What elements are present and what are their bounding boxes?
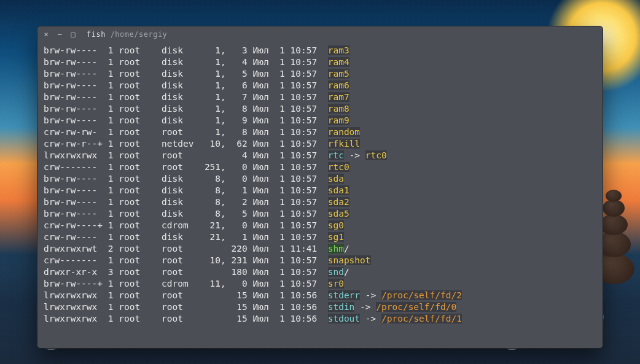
row-filename: ram8 — [328, 104, 349, 114]
row-meta: drwxr-xr-x 3 root root 180 Июл 1 10:57 — [44, 267, 328, 277]
list-row: crw------- 1 root root 251, 0 Июл 1 10:5… — [44, 161, 596, 173]
row-meta: brw-rw---- 1 root disk 8, 2 Июл 1 10:57 — [44, 197, 328, 207]
row-filename: rtc — [328, 150, 344, 160]
terminal-body[interactable]: brw-rw---- 1 root disk 1, 3 Июл 1 10:57 … — [37, 42, 603, 348]
symlink-arrow-icon: -> — [360, 314, 381, 323]
list-row: crw------- 1 root root 10, 231 Июл 1 10:… — [44, 255, 596, 266]
row-filename: sr0 — [328, 279, 344, 288]
list-row: crw-rw-rw- 1 root root 1, 8 Июл 1 10:57 … — [44, 126, 596, 138]
row-meta: brw-rw---- 1 root disk 1, 6 Июл 1 10:57 — [44, 80, 328, 90]
window-title: fish /home/sergiy — [87, 30, 167, 39]
row-filename: ram9 — [328, 115, 349, 125]
row-meta: brw-rw---- 1 root disk 8, 1 Июл 1 10:57 — [44, 185, 328, 195]
row-meta: brw-rw---- 1 root disk 1, 9 Июл 1 10:57 — [44, 115, 328, 125]
row-filename: ram5 — [328, 69, 349, 79]
symlink-arrow-icon: -> — [354, 302, 376, 312]
row-meta: brw-rw---- 1 root disk 1, 3 Июл 1 10:57 — [44, 45, 328, 55]
row-suffix: / — [344, 244, 349, 254]
list-row: crw-rw---- 1 root disk 21, 1 Июл 1 10:57… — [44, 231, 596, 243]
row-filename: ram3 — [328, 45, 349, 55]
maximize-icon[interactable]: □ — [69, 30, 77, 39]
list-row: brw-rw----+ 1 root cdrom 11, 0 Июл 1 10:… — [44, 278, 596, 290]
list-row: brw-rw---- 1 root disk 8, 0 Июл 1 10:57 … — [44, 173, 596, 185]
list-row: lrwxrwxrwx 1 root root 15 Июл 1 10:56 st… — [44, 313, 596, 325]
row-filename: sda2 — [328, 197, 349, 207]
list-row: crw-rw-r--+ 1 root netdev 10, 62 Июл 1 1… — [44, 138, 596, 150]
symlink-arrow-icon: -> — [360, 290, 381, 300]
row-filename: sda5 — [328, 209, 349, 219]
list-row: lrwxrwxrwx 1 root root 4 Июл 1 10:57 rtc… — [44, 150, 596, 161]
symlink-target: /proc/self/fd/0 — [376, 302, 456, 312]
row-meta: crw------- 1 root root 10, 231 Июл 1 10:… — [44, 255, 328, 265]
list-row: brw-rw---- 1 root disk 1, 3 Июл 1 10:57 … — [44, 45, 596, 56]
row-filename: shm — [328, 244, 344, 254]
row-meta: crw-rw-rw- 1 root root 1, 8 Июл 1 10:57 — [44, 127, 328, 137]
symlink-target: /proc/self/fd/2 — [381, 290, 462, 300]
list-row: lrwxrwxrwx 1 root root 15 Июл 1 10:56 st… — [44, 301, 596, 313]
row-meta: brw-rw---- 1 root disk 1, 8 Июл 1 10:57 — [44, 104, 328, 114]
symlink-target: rtc0 — [365, 150, 387, 160]
row-meta: lrwxrwxrwx 1 root root 15 Июл 1 10:56 — [44, 302, 328, 312]
row-meta: lrwxrwxrwx 1 root root 4 Июл 1 10:57 — [44, 150, 328, 160]
row-meta: crw------- 1 root root 251, 0 Июл 1 10:5… — [44, 162, 328, 172]
row-meta: brw-rw----+ 1 root cdrom 11, 0 Июл 1 10:… — [44, 279, 328, 288]
row-suffix: / — [344, 267, 349, 277]
row-meta: brw-rw---- 1 root disk 8, 0 Июл 1 10:57 — [44, 174, 328, 184]
row-filename: sda — [328, 174, 344, 184]
list-row: brw-rw---- 1 root disk 1, 7 Июл 1 10:57 … — [44, 91, 596, 103]
row-filename: sg0 — [328, 220, 344, 230]
row-filename: sg1 — [328, 232, 344, 242]
list-row: brw-rw---- 1 root disk 1, 5 Июл 1 10:57 … — [44, 68, 596, 80]
row-filename: ram6 — [328, 80, 349, 90]
row-meta: crw-rw---- 1 root disk 21, 1 Июл 1 10:57 — [44, 232, 328, 242]
list-row: drwxr-xr-x 3 root root 180 Июл 1 10:57 s… — [44, 266, 596, 278]
row-meta: lrwxrwxrwx 1 root root 15 Июл 1 10:56 — [44, 290, 328, 300]
list-row: brw-rw---- 1 root disk 1, 9 Июл 1 10:57 … — [44, 115, 596, 126]
row-meta: crw-rw----+ 1 root cdrom 21, 0 Июл 1 10:… — [44, 220, 328, 230]
list-row: brw-rw---- 1 root disk 1, 4 Июл 1 10:57 … — [44, 56, 596, 68]
list-row: brw-rw---- 1 root disk 8, 2 Июл 1 10:57 … — [44, 196, 596, 208]
list-row: lrwxrwxrwx 1 root root 15 Июл 1 10:56 st… — [44, 290, 596, 301]
list-row: crw-rw----+ 1 root cdrom 21, 0 Июл 1 10:… — [44, 220, 596, 231]
terminal-window[interactable]: × − □ fish /home/sergiy brw-rw---- 1 roo… — [37, 26, 603, 349]
row-meta: drwxrwxrwt 2 root root 220 Июл 1 11:41 — [44, 244, 328, 254]
row-filename: ram7 — [328, 92, 349, 102]
row-filename: random — [328, 127, 360, 137]
title-app: fish — [87, 30, 106, 39]
minimize-icon[interactable]: − — [56, 30, 63, 39]
list-row: brw-rw---- 1 root disk 1, 8 Июл 1 10:57 … — [44, 103, 596, 115]
row-filename: snapshot — [328, 255, 371, 265]
row-meta: brw-rw---- 1 root disk 1, 4 Июл 1 10:57 — [44, 57, 328, 67]
list-row: brw-rw---- 1 root disk 8, 1 Июл 1 10:57 … — [44, 185, 596, 196]
row-filename: ram4 — [328, 57, 349, 67]
row-filename: stdout — [328, 314, 360, 323]
row-filename: stdin — [328, 302, 355, 312]
list-row: brw-rw---- 1 root disk 8, 5 Июл 1 10:57 … — [44, 208, 596, 220]
row-filename: rfkill — [328, 139, 360, 149]
row-meta: lrwxrwxrwx 1 root root 15 Июл 1 10:56 — [44, 314, 328, 323]
row-meta: brw-rw---- 1 root disk 1, 5 Июл 1 10:57 — [44, 69, 328, 79]
row-meta: crw-rw-r--+ 1 root netdev 10, 62 Июл 1 1… — [44, 139, 328, 149]
row-filename: sda1 — [328, 185, 349, 195]
close-icon[interactable]: × — [42, 30, 50, 39]
row-meta: brw-rw---- 1 root disk 8, 5 Июл 1 10:57 — [44, 209, 328, 219]
window-titlebar[interactable]: × − □ fish /home/sergiy — [37, 26, 603, 42]
title-path: /home/sergiy — [111, 30, 168, 39]
symlink-target: /proc/self/fd/1 — [381, 314, 462, 323]
row-meta: brw-rw---- 1 root disk 1, 7 Июл 1 10:57 — [44, 92, 328, 102]
row-filename: snd — [328, 267, 344, 277]
symlink-arrow-icon: -> — [344, 150, 365, 160]
list-row: drwxrwxrwt 2 root root 220 Июл 1 11:41 s… — [44, 243, 596, 255]
list-row: brw-rw---- 1 root disk 1, 6 Июл 1 10:57 … — [44, 80, 596, 91]
row-filename: rtc0 — [328, 162, 349, 172]
row-filename: stderr — [328, 290, 360, 300]
